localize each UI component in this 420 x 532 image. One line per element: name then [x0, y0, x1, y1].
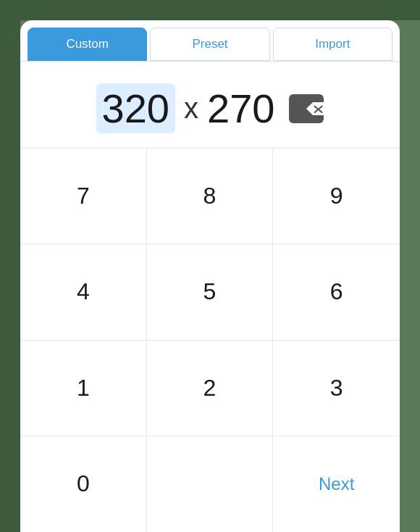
key-3[interactable]: 3: [273, 341, 400, 436]
key-2[interactable]: 2: [147, 341, 274, 436]
tab-preset[interactable]: Preset: [150, 28, 269, 61]
separator-display: x: [184, 92, 198, 125]
bg-left: [0, 0, 20, 532]
display-area: 320 x 270: [20, 62, 400, 148]
key-8[interactable]: 8: [147, 149, 274, 244]
backspace-button[interactable]: [289, 94, 324, 123]
height-display[interactable]: 270: [207, 85, 274, 132]
key-9[interactable]: 9: [273, 149, 400, 244]
key-0[interactable]: 0: [20, 436, 147, 532]
key-7[interactable]: 7: [20, 149, 147, 244]
key-5[interactable]: 5: [147, 244, 274, 340]
numpad: 7 8 9 4 5 6 1 2 3 0 Next: [20, 149, 400, 532]
bg-top: [0, 0, 420, 20]
next-button[interactable]: Next: [273, 436, 400, 532]
tab-custom[interactable]: Custom: [28, 28, 147, 61]
key-6[interactable]: 6: [273, 244, 400, 340]
tab-import[interactable]: Import: [273, 28, 392, 61]
modal-container: Custom Preset Import 320 x 270 7 8 9 4 5…: [20, 20, 400, 532]
backspace-icon: [306, 101, 324, 117]
key-empty: [147, 436, 274, 532]
key-4[interactable]: 4: [20, 244, 147, 340]
key-1[interactable]: 1: [20, 341, 147, 436]
tab-bar: Custom Preset Import: [20, 20, 400, 62]
width-display[interactable]: 320: [96, 83, 175, 133]
